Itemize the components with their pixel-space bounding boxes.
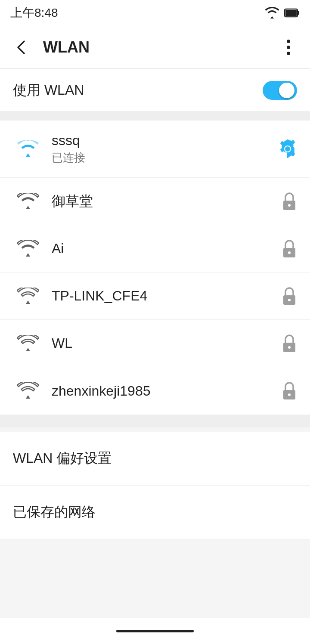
svg-point-13: [288, 346, 291, 349]
wifi-signal-icon-zhenxinkeji: [13, 382, 43, 399]
saved-networks-label: 已保存的网络: [13, 504, 96, 520]
back-button[interactable]: [9, 34, 34, 60]
network-right-wl: [273, 334, 297, 353]
svg-point-7: [288, 204, 291, 207]
status-icons: [264, 7, 300, 19]
page-title: WLAN: [43, 38, 276, 56]
network-item-wl[interactable]: WL: [0, 320, 310, 367]
network-info-yucaotang: 御草堂: [52, 192, 273, 211]
network-info-wl: WL: [52, 335, 273, 351]
bottom-nav-bar: [0, 618, 310, 644]
svg-rect-2: [285, 10, 297, 16]
wifi-status-icon: [264, 7, 280, 19]
network-item-yucaotang[interactable]: 御草堂: [0, 178, 310, 225]
network-item-tplink[interactable]: TP-LINK_CFE4: [0, 272, 310, 320]
network-right-ai: [273, 239, 297, 258]
lock-icon-zhenxinkeji: [282, 381, 297, 400]
svg-point-3: [287, 40, 290, 43]
network-right-sssq[interactable]: [273, 139, 297, 158]
gear-icon-sssq: [278, 139, 297, 158]
lock-icon-wl: [282, 334, 297, 353]
network-item-ai[interactable]: Ai: [0, 225, 310, 272]
svg-point-15: [288, 393, 291, 396]
status-time: 上午8:48: [10, 5, 58, 21]
lock-icon-tplink: [282, 287, 297, 306]
section-divider-2: [0, 415, 310, 427]
bottom-section: WLAN 偏好设置 已保存的网络: [0, 432, 310, 539]
network-info-sssq: sssq 已连接: [52, 133, 273, 165]
app-bar: WLAN: [0, 26, 310, 69]
network-right-zhenxinkeji: [273, 381, 297, 400]
network-name-sssq: sssq: [52, 133, 273, 149]
wifi-signal-icon-tplink: [13, 288, 43, 305]
network-item-sssq[interactable]: sssq 已连接: [0, 121, 310, 178]
network-name-zhenxinkeji: zhenxinkeji1985: [52, 383, 273, 399]
network-name-tplink: TP-LINK_CFE4: [52, 288, 273, 304]
nav-home-indicator[interactable]: [116, 630, 194, 632]
network-name-ai: Ai: [52, 241, 273, 257]
svg-point-5: [287, 52, 290, 55]
network-info-ai: Ai: [52, 241, 273, 257]
wifi-signal-icon-ai: [13, 240, 43, 257]
status-bar: 上午8:48: [0, 0, 310, 26]
svg-point-11: [288, 299, 291, 301]
wlan-toggle-label: 使用 WLAN: [13, 81, 84, 100]
network-list: sssq 已连接 御草堂: [0, 121, 310, 415]
wifi-signal-icon-wl: [13, 335, 43, 352]
network-info-zhenxinkeji: zhenxinkeji1985: [52, 383, 273, 399]
svg-point-4: [287, 46, 290, 49]
network-item-zhenxinkeji[interactable]: zhenxinkeji1985: [0, 367, 310, 415]
wlan-preferences-label: WLAN 偏好设置: [13, 450, 112, 466]
battery-status-icon: [284, 7, 300, 19]
section-divider-1: [0, 112, 310, 121]
svg-point-9: [288, 251, 291, 254]
saved-networks-item[interactable]: 已保存的网络: [0, 486, 310, 539]
network-right-tplink: [273, 287, 297, 306]
network-name-wl: WL: [52, 335, 273, 351]
wifi-signal-icon-sssq: [13, 140, 43, 158]
wlan-toggle-switch[interactable]: [263, 81, 297, 100]
network-status-sssq: 已连接: [52, 150, 273, 165]
wlan-preferences-item[interactable]: WLAN 偏好设置: [0, 432, 310, 486]
wifi-signal-icon-yucaotang: [13, 193, 43, 210]
network-name-yucaotang: 御草堂: [52, 192, 273, 211]
wlan-toggle-row[interactable]: 使用 WLAN: [0, 69, 310, 112]
more-options-button[interactable]: [276, 34, 301, 60]
toggle-knob: [279, 83, 294, 98]
svg-rect-1: [298, 11, 299, 15]
lock-icon-ai: [282, 239, 297, 258]
network-info-tplink: TP-LINK_CFE4: [52, 288, 273, 304]
network-right-yucaotang: [273, 192, 297, 211]
lock-icon-yucaotang: [282, 192, 297, 211]
